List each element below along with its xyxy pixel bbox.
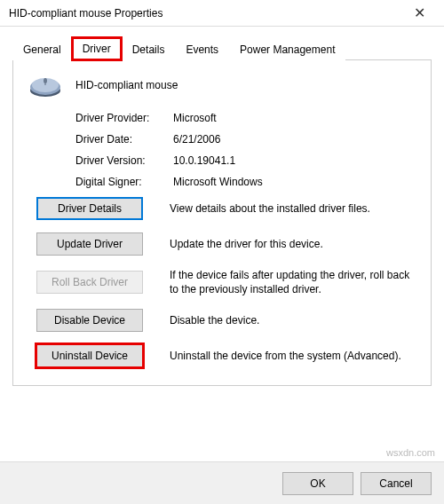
uninstall-device-desc: Uninstall the device from the system (Ad… — [152, 349, 416, 363]
version-value: 10.0.19041.1 — [173, 154, 416, 167]
tab-events[interactable]: Events — [175, 38, 229, 60]
tab-driver[interactable]: Driver — [72, 37, 122, 60]
svg-point-3 — [44, 78, 47, 83]
update-driver-button[interactable]: Update Driver — [36, 232, 143, 256]
close-icon[interactable]: ✕ — [401, 0, 437, 27]
uninstall-device-button[interactable]: Uninstall Device — [36, 344, 143, 367]
disable-device-desc: Disable the device. — [152, 313, 416, 327]
mouse-icon — [28, 73, 63, 98]
ok-button[interactable]: OK — [282, 472, 353, 495]
signer-value: Microsoft Windows — [173, 176, 416, 188]
window-title: HID-compliant mouse Properties — [9, 7, 401, 20]
provider-value: Microsoft — [173, 112, 416, 124]
tab-general[interactable]: General — [12, 38, 72, 60]
date-label: Driver Date: — [75, 133, 173, 146]
watermark: wsxdn.com — [386, 447, 435, 458]
rollback-driver-button: Roll Back Driver — [36, 271, 143, 294]
cancel-button[interactable]: Cancel — [361, 472, 432, 495]
signer-label: Digital Signer: — [75, 176, 173, 188]
device-name: HID-compliant mouse — [75, 79, 178, 91]
provider-label: Driver Provider: — [75, 112, 173, 124]
date-value: 6/21/2006 — [173, 133, 416, 146]
version-label: Driver Version: — [75, 154, 173, 167]
driver-details-button[interactable]: Driver Details — [36, 197, 143, 220]
update-driver-desc: Update the driver for this device. — [152, 237, 416, 251]
disable-device-button[interactable]: Disable Device — [36, 309, 143, 332]
tab-power-management[interactable]: Power Management — [229, 38, 345, 60]
rollback-driver-desc: If the device fails after updating the d… — [152, 268, 416, 296]
driver-pane: HID-compliant mouse Driver Provider: Mic… — [12, 60, 432, 386]
driver-details-desc: View details about the installed driver … — [152, 201, 416, 216]
tab-bar: General Driver Details Events Power Mana… — [12, 37, 432, 60]
tab-details[interactable]: Details — [122, 38, 176, 60]
